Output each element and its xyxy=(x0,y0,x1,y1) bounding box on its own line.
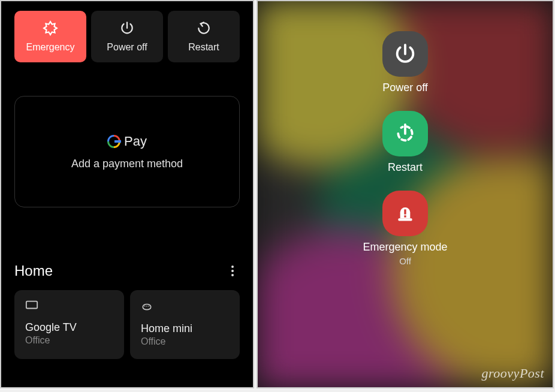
google-g-icon xyxy=(107,135,120,148)
svg-rect-3 xyxy=(404,215,406,217)
restart-label: Restart xyxy=(388,161,423,174)
restart-icon xyxy=(382,111,428,156)
svg-rect-1 xyxy=(398,218,412,221)
restart-label: Restart xyxy=(188,42,219,53)
device-room: Office xyxy=(25,335,113,346)
power-icon xyxy=(382,31,428,77)
power-off-item[interactable]: Power off xyxy=(382,31,428,94)
emergency-label: Emergency mode xyxy=(363,241,447,254)
home-title: Home xyxy=(14,263,53,279)
more-menu-icon[interactable] xyxy=(225,264,240,278)
device-name: Google TV xyxy=(25,321,113,334)
power-icon xyxy=(119,20,135,38)
tv-icon xyxy=(25,300,113,313)
restart-icon xyxy=(196,20,212,38)
restart-button[interactable]: Restart xyxy=(168,11,240,62)
emergency-button[interactable]: Emergency xyxy=(14,11,86,62)
device-name: Home mini xyxy=(141,322,229,335)
device-row: Google TV Office Home mini Office xyxy=(14,290,240,359)
watermark: groovyPost xyxy=(482,366,544,381)
pixel-power-menu: Emergency Power off Restart Pay Add a pa… xyxy=(0,0,254,388)
gpay-subtitle: Add a payment method xyxy=(71,158,183,170)
emergency-label: Emergency xyxy=(26,42,75,53)
svg-rect-2 xyxy=(404,209,406,214)
device-card-home-mini[interactable]: Home mini Office xyxy=(130,290,240,359)
device-card-google-tv[interactable]: Google TV Office xyxy=(14,290,124,359)
device-room: Office xyxy=(141,336,229,347)
restart-item[interactable]: Restart xyxy=(382,111,428,174)
power-off-button[interactable]: Power off xyxy=(91,11,163,62)
power-off-label: Power off xyxy=(107,42,147,53)
gpay-card[interactable]: Pay Add a payment method xyxy=(14,96,240,207)
emergency-icon xyxy=(43,20,58,38)
emergency-mode-item[interactable]: Emergency mode Off xyxy=(363,191,447,266)
home-header: Home xyxy=(14,263,240,279)
svg-rect-0 xyxy=(26,301,37,309)
speaker-icon xyxy=(141,300,229,314)
power-off-label: Power off xyxy=(382,82,428,94)
gpay-logo: Pay xyxy=(107,134,147,149)
emergency-state: Off xyxy=(399,256,411,266)
samsung-power-menu: Power off Restart Emergency mode xyxy=(257,0,554,388)
emergency-alert-icon xyxy=(382,191,428,236)
power-menu-overlay: Power off Restart Emergency mode xyxy=(258,1,553,387)
power-button-row: Emergency Power off Restart xyxy=(14,11,240,62)
gpay-brand-text: Pay xyxy=(124,134,147,149)
